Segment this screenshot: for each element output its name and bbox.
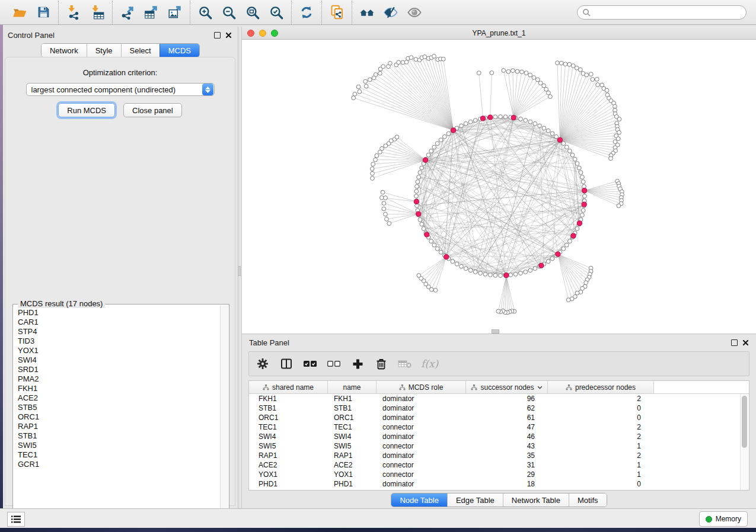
network-node[interactable] <box>579 171 583 175</box>
leaf-node[interactable] <box>596 83 600 87</box>
leaf-node[interactable] <box>591 78 595 82</box>
hide-panel-button[interactable] <box>379 2 403 23</box>
zoom-out-button[interactable] <box>217 2 241 23</box>
leaf-node[interactable] <box>368 78 372 82</box>
leaf-node[interactable] <box>414 57 418 62</box>
mcds-node-item[interactable]: SWI5 <box>14 441 220 450</box>
leaf-node[interactable] <box>358 89 362 94</box>
leaf-node[interactable] <box>617 204 621 208</box>
network-canvas[interactable] <box>242 40 756 334</box>
leaf-node[interactable] <box>380 146 384 150</box>
network-node[interactable] <box>581 180 585 184</box>
leaf-node[interactable] <box>559 61 563 65</box>
leaf-node[interactable] <box>382 207 386 211</box>
leaf-node[interactable] <box>374 73 378 77</box>
tab-style[interactable]: Style <box>87 44 121 57</box>
network-node[interactable] <box>446 132 451 136</box>
search-field[interactable] <box>577 5 747 20</box>
save-session-button[interactable] <box>31 2 55 23</box>
mcds-node-item[interactable]: YOX1 <box>14 346 220 355</box>
mcds-result-list[interactable]: PHD1CAR1STP4TID3YOX1SWI4SRD1PMA2FKH1ACE2… <box>14 308 220 521</box>
mcds-node-item[interactable]: CAR1 <box>14 318 220 327</box>
table-tab-network-table[interactable]: Network Table <box>503 493 569 507</box>
mcds-node-item[interactable]: PHD1 <box>14 308 220 318</box>
mcds-node-item[interactable]: TEC1 <box>14 450 220 460</box>
show-column-button[interactable] <box>279 356 294 371</box>
dominator-node[interactable] <box>480 116 485 121</box>
network-node[interactable] <box>499 115 503 119</box>
search-input[interactable] <box>591 8 741 17</box>
leaf-node[interactable] <box>502 69 506 73</box>
leaf-node[interactable] <box>575 291 579 295</box>
leaf-node[interactable] <box>387 222 391 226</box>
dominator-node[interactable] <box>582 202 586 207</box>
leaf-node[interactable] <box>477 71 481 75</box>
mcds-node-item[interactable]: STB1 <box>14 431 220 441</box>
leaf-node[interactable] <box>567 62 572 66</box>
network-node[interactable] <box>554 134 559 139</box>
criterion-dropdown[interactable]: largest connected component (undirected) <box>26 83 215 96</box>
network-node[interactable] <box>493 273 497 277</box>
table-row[interactable]: PHD1PHD1dominator180 <box>249 479 749 489</box>
leaf-node[interactable] <box>409 56 413 60</box>
network-node[interactable] <box>533 121 537 126</box>
close-panel-icon[interactable] <box>225 32 232 39</box>
network-node[interactable] <box>564 145 569 149</box>
network-node[interactable] <box>455 262 459 266</box>
show-panel-button[interactable] <box>403 2 426 23</box>
leaf-node[interactable] <box>378 71 382 75</box>
leaf-node[interactable] <box>528 73 532 77</box>
network-node[interactable] <box>581 209 585 213</box>
leaf-node[interactable] <box>375 153 379 158</box>
network-node[interactable] <box>435 142 439 146</box>
leaf-node[interactable] <box>595 77 599 81</box>
network-window-titlebar[interactable]: YPA_prune.txt_1 <box>242 27 756 40</box>
dominator-node[interactable] <box>488 115 493 120</box>
network-node[interactable] <box>580 175 584 180</box>
leaf-node[interactable] <box>548 95 553 99</box>
leaf-node[interactable] <box>506 69 511 73</box>
close-window-icon[interactable] <box>247 30 254 37</box>
network-node[interactable] <box>562 246 566 251</box>
run-mcds-button[interactable]: Run MCDS <box>58 103 115 117</box>
leaf-node[interactable] <box>441 57 445 61</box>
dominator-node[interactable] <box>571 233 576 238</box>
leaf-node[interactable] <box>397 60 401 65</box>
dominator-node[interactable] <box>504 273 509 278</box>
table-row[interactable]: TEC1TEC1connector472 <box>249 422 749 432</box>
network-node[interactable] <box>429 239 433 243</box>
leaf-node[interactable] <box>555 61 559 65</box>
leaf-node[interactable] <box>520 70 524 74</box>
leaf-node[interactable] <box>515 69 519 73</box>
leaf-node[interactable] <box>609 156 613 161</box>
export-network-button[interactable] <box>116 2 139 23</box>
network-node[interactable] <box>567 239 572 243</box>
leaf-node[interactable] <box>385 217 389 221</box>
network-node[interactable] <box>509 273 513 277</box>
network-node[interactable] <box>414 190 419 194</box>
leaf-node[interactable] <box>371 177 375 181</box>
table-row[interactable]: FKH1FKH1dominator962 <box>249 394 749 403</box>
leaf-node[interactable] <box>605 88 609 92</box>
delete-row-button[interactable] <box>374 356 389 371</box>
leaf-node[interactable] <box>532 76 536 80</box>
leaf-node[interactable] <box>395 135 399 139</box>
close-table-panel-icon[interactable] <box>742 339 749 346</box>
network-node[interactable] <box>575 227 579 231</box>
network-node[interactable] <box>488 273 492 277</box>
network-node[interactable] <box>417 175 421 180</box>
network-node[interactable] <box>577 166 581 170</box>
network-node[interactable] <box>533 267 537 271</box>
leaf-node[interactable] <box>524 71 528 75</box>
mcds-node-item[interactable]: RAP1 <box>14 422 220 431</box>
network-node[interactable] <box>418 171 422 175</box>
mcds-node-item[interactable]: STP4 <box>14 327 220 336</box>
horizontal-splitter[interactable] <box>492 329 499 334</box>
leaf-node[interactable] <box>384 212 388 216</box>
dominator-node[interactable] <box>414 199 419 204</box>
memory-button[interactable]: Memory <box>699 511 748 527</box>
leaf-node[interactable] <box>566 298 570 302</box>
network-node[interactable] <box>493 115 497 119</box>
dominator-node[interactable] <box>451 128 455 133</box>
column-header-predecessor-nodes[interactable]: predecessor nodes <box>548 381 654 393</box>
